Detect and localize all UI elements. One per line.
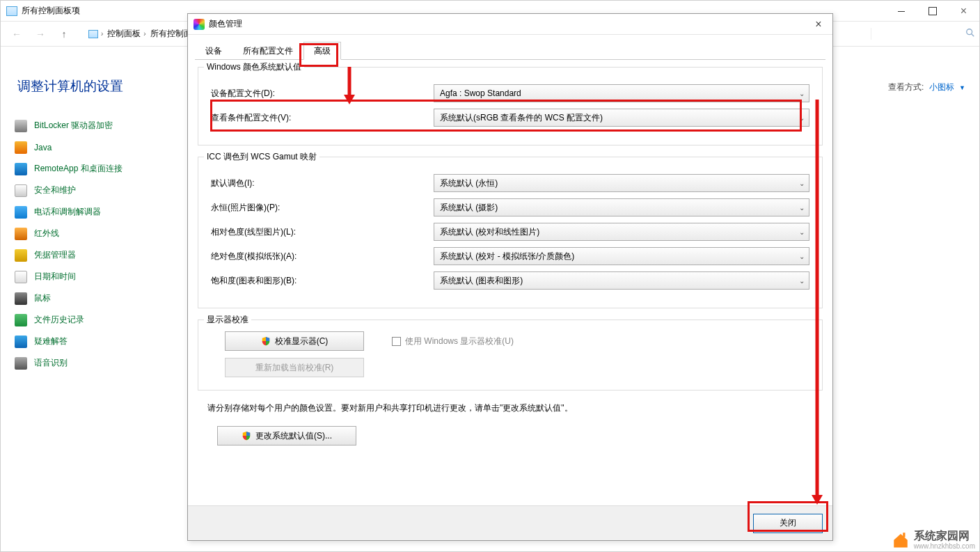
viewing-profile-label: 查看条件配置文件(V): <box>211 112 434 124</box>
control-panel-window: 所有控制面板项 × ← → ↑ › 控制面板 › 所有控制面板项 › 搜索控制面… <box>0 0 980 552</box>
abscol-combo[interactable]: 系统默认 (校对 - 模拟纸张/介质颜色)⌄ <box>434 247 809 265</box>
combo-value: 系统默认 (摄影) <box>440 202 498 214</box>
dlg-body: Windows 颜色系统默认值 设备配置文件(D): Agfa : Swop S… <box>188 60 832 445</box>
device-profile-combo[interactable]: Agfa : Swop Standard⌄ <box>434 84 809 102</box>
cp-search-box[interactable]: 搜索控制面板 <box>871 28 975 40</box>
group-icc-to-wcs-gamut: ICC 调色到 WCS Gamut 映射 默认调色(I):系统默认 (永恒)⌄ … <box>198 157 823 308</box>
cp-item-label: 日期和时间 <box>34 271 76 283</box>
combo-value: 系统默认 (校对 - 模拟纸张/介质颜色) <box>440 251 574 262</box>
cp-item-speech[interactable]: 语音识别 <box>15 352 182 374</box>
calibrate-display-button[interactable]: 校准显示器(C) <box>225 331 364 351</box>
cp-item-label: 安全和维护 <box>34 184 76 196</box>
nav-up-button[interactable]: ↑ <box>55 25 73 43</box>
infrared-icon <box>15 228 27 240</box>
phone-icon <box>15 206 27 219</box>
watermark: 系统家园网 www.hnzkhbsb.com <box>892 529 975 550</box>
chevron-down-icon: ⌄ <box>799 180 805 187</box>
chevron-down-icon: ⌄ <box>799 90 805 97</box>
cp-item-infrared[interactable]: 红外线 <box>15 223 182 244</box>
change-system-defaults-button[interactable]: 更改系统默认值(S)... <box>217 426 356 445</box>
combo-value: 系统默认 (校对和线性图片) <box>440 226 539 238</box>
view-mode-label: 查看方式: <box>888 82 924 92</box>
remoteapp-icon <box>15 163 27 175</box>
dlg-title: 颜色管理 <box>209 18 242 30</box>
cp-item-label: 红外线 <box>34 228 59 239</box>
cp-item-label: 疑难解答 <box>34 336 68 347</box>
sat-label: 饱和度(图表和图形)(B): <box>211 275 434 287</box>
breadcrumb-seg-control-panel[interactable]: 控制面板 <box>107 28 141 40</box>
combo-value: 系统默认 (图表和图形) <box>440 275 523 287</box>
mouse-icon <box>15 292 27 305</box>
watermark-logo-icon <box>892 530 910 549</box>
tab-devices[interactable]: 设备 <box>195 42 232 60</box>
device-profile-label: 设备配置文件(D): <box>211 88 434 100</box>
perceptual-label: 永恒(照片图像)(P): <box>211 202 434 214</box>
button-label: 重新加载当前校准(R) <box>255 362 334 374</box>
tab-label: 设备 <box>205 45 222 57</box>
dlg-tabs: 设备 所有配置文件 高级 <box>195 39 825 60</box>
svg-rect-6 <box>903 533 905 537</box>
nav-back-button[interactable]: ← <box>8 25 26 43</box>
cp-item-label: Java <box>34 143 52 152</box>
cp-item-bitlocker[interactable]: BitLocker 驱动器加密 <box>15 115 182 136</box>
cp-item-phone-modem[interactable]: 电话和调制解调器 <box>15 201 182 223</box>
cp-item-credentials[interactable]: 凭据管理器 <box>15 244 182 266</box>
tab-label: 所有配置文件 <box>243 45 293 57</box>
tab-advanced[interactable]: 高级 <box>303 42 341 60</box>
watermark-brand: 系统家园网 <box>914 529 975 544</box>
tab-all-profiles[interactable]: 所有配置文件 <box>232 42 303 60</box>
button-label: 更改系统默认值(S)... <box>255 430 332 442</box>
view-mode-selector[interactable]: 查看方式: 小图标 ▼ <box>888 81 965 93</box>
chevron-right-icon: › <box>143 30 145 38</box>
color-management-dialog: 颜色管理 × 设备 所有配置文件 高级 Windows 颜色系统默认值 设备配置… <box>187 13 833 541</box>
cp-window-icon <box>6 6 17 16</box>
cp-item-datetime[interactable]: 日期和时间 <box>15 266 182 287</box>
cp-window-title: 所有控制面板项 <box>22 5 80 17</box>
chevron-down-icon: ▼ <box>959 84 965 91</box>
checkbox-label: 使用 Windows 显示器校准(U) <box>405 336 514 347</box>
cp-item-security[interactable]: 安全和维护 <box>15 180 182 201</box>
cp-item-label: 电话和调制解调器 <box>34 206 101 218</box>
cp-item-java[interactable]: Java <box>15 136 182 158</box>
button-label: 校准显示器(C) <box>275 336 329 347</box>
viewing-profile-combo[interactable]: 系统默认(sRGB 查看条件的 WCS 配置文件)⌄ <box>434 109 809 127</box>
nav-forward-button[interactable]: → <box>31 25 49 43</box>
cp-item-mouse[interactable]: 鼠标 <box>15 287 182 309</box>
cp-item-remoteapp[interactable]: RemoteApp 和桌面连接 <box>15 158 182 180</box>
cp-item-label: 凭据管理器 <box>34 249 76 261</box>
reload-calibration-button: 重新加载当前校准(R) <box>225 358 364 377</box>
maximize-button[interactable] <box>917 1 948 22</box>
java-icon <box>15 141 27 154</box>
tab-label: 高级 <box>314 45 331 57</box>
abscol-label: 绝对色度(模拟纸张)(A): <box>211 251 434 262</box>
use-windows-calibration-checkbox[interactable]: 使用 Windows 显示器校准(U) <box>392 336 514 347</box>
perceptual-combo[interactable]: 系统默认 (摄影)⌄ <box>434 198 809 216</box>
microphone-icon <box>15 357 27 370</box>
cp-item-label: RemoteApp 和桌面连接 <box>34 163 122 175</box>
cp-item-label: 鼠标 <box>34 292 51 304</box>
uac-shield-icon <box>242 431 251 441</box>
vault-icon <box>15 249 27 262</box>
chevron-down-icon: ⌄ <box>799 228 805 236</box>
cp-item-filehistory[interactable]: 文件历史记录 <box>15 309 182 331</box>
dlg-close-x-button[interactable]: × <box>809 17 828 32</box>
flag-icon <box>15 184 27 197</box>
close-button[interactable]: 关闭 <box>753 514 823 533</box>
clock-icon <box>15 271 27 283</box>
per-user-note: 请分别存储对每个用户的颜色设置。要对新用户和共享打印机进行更改，请单击"更改系统… <box>207 402 823 415</box>
minimize-button[interactable] <box>885 1 917 22</box>
cp-items-list: BitLocker 驱动器加密 Java RemoteApp 和桌面连接 安全和… <box>15 115 182 374</box>
close-window-button[interactable]: × <box>948 1 979 22</box>
sat-combo[interactable]: 系统默认 (图表和图形)⌄ <box>434 271 809 290</box>
cp-item-troubleshoot[interactable]: 疑难解答 <box>15 331 182 352</box>
group-legend: ICC 调色到 WCS Gamut 映射 <box>204 151 319 163</box>
group-windows-color-defaults: Windows 颜色系统默认值 设备配置文件(D): Agfa : Swop S… <box>198 67 823 145</box>
dlg-titlebar: 颜色管理 × <box>188 14 832 35</box>
svg-line-1 <box>972 34 974 37</box>
troubleshoot-icon <box>15 336 27 348</box>
chevron-down-icon: ⌄ <box>799 204 805 212</box>
relcol-combo[interactable]: 系统默认 (校对和线性图片)⌄ <box>434 223 809 241</box>
color-management-icon <box>193 19 205 30</box>
dlg-footer: 关闭 <box>188 505 832 540</box>
default-intent-combo[interactable]: 系统默认 (永恒)⌄ <box>434 174 809 192</box>
